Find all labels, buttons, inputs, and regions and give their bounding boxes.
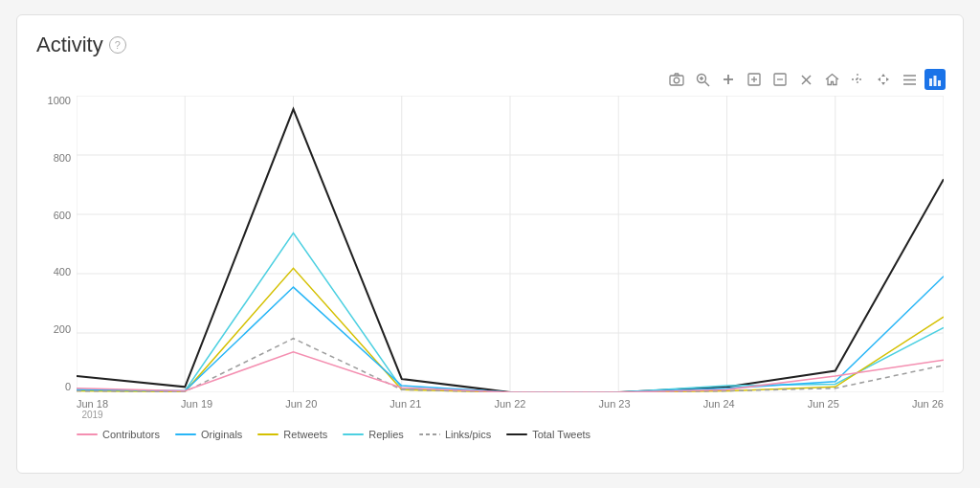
y-label-800: 800	[54, 153, 71, 164]
y-label-0: 0	[65, 382, 71, 392]
y-label-600: 600	[54, 211, 71, 221]
svg-rect-24	[929, 78, 932, 86]
camera-button[interactable]	[666, 69, 687, 90]
x-label-jun18: Jun 182019	[77, 398, 108, 420]
svg-point-1	[674, 78, 679, 83]
x-label-jun23: Jun 23	[599, 398, 631, 410]
legend-total-tweets-label: Total Tweets	[532, 429, 590, 440]
svg-marker-17	[881, 74, 885, 77]
chart-area: 1000 800 600 400 200 0	[36, 96, 944, 421]
y-label-400: 400	[54, 267, 71, 277]
legend-originals: Originals	[175, 429, 242, 440]
svg-rect-0	[670, 76, 683, 85]
legend-retweets-line	[257, 433, 278, 435]
svg-marker-18	[881, 82, 885, 85]
legend-total-tweets-line	[506, 433, 527, 435]
chart-toolbar	[666, 69, 946, 90]
plot-area	[77, 96, 944, 392]
box-zoomin-button[interactable]	[744, 69, 765, 90]
legend-retweets: Retweets	[257, 429, 327, 440]
y-label-200: 200	[54, 324, 71, 335]
x-label-jun22: Jun 22	[494, 398, 525, 410]
chart-svg	[77, 96, 944, 392]
x-axis: Jun 182019 Jun 19 Jun 20 Jun 21 Jun 22 J…	[77, 392, 944, 421]
card-header: Activity ?	[36, 33, 944, 57]
svg-line-3	[704, 81, 709, 86]
legend-links-pics-line	[419, 433, 440, 435]
spikelines-button[interactable]	[847, 69, 868, 90]
home-button[interactable]	[821, 69, 842, 90]
legend-replies-line	[343, 433, 364, 435]
legend-links-pics-label: Links/pics	[445, 429, 491, 440]
legend-contributors-line	[77, 433, 98, 435]
legend-contributors: Contributors	[77, 429, 160, 440]
x-label-jun26: Jun 26	[912, 398, 944, 410]
help-icon[interactable]: ?	[109, 36, 126, 54]
legend-originals-label: Originals	[201, 429, 242, 440]
svg-rect-25	[934, 76, 937, 86]
chart-container: 1000 800 600 400 200 0	[36, 96, 944, 421]
svg-marker-19	[878, 78, 880, 81]
zoom-button[interactable]	[692, 69, 713, 90]
x-label-jun24: Jun 24	[703, 398, 735, 410]
legend-links-pics: Links/pics	[419, 429, 491, 440]
legend-total-tweets: Total Tweets	[506, 429, 590, 440]
legend-replies-label: Replies	[368, 429, 404, 440]
box-zoomout-button[interactable]	[769, 69, 791, 90]
legend-originals-line	[175, 433, 196, 435]
x-label-jun21: Jun 21	[390, 398, 421, 410]
chart-legend: Contributors Originals Retweets Replies …	[36, 429, 944, 440]
menu-button[interactable]	[899, 69, 920, 90]
x-label-jun20: Jun 20	[285, 398, 317, 410]
x-label-jun19: Jun 19	[181, 398, 212, 410]
plus-button[interactable]	[718, 69, 739, 90]
x-label-jun25: Jun 25	[808, 398, 839, 410]
y-axis: 1000 800 600 400 200 0	[36, 96, 77, 392]
barchart-button[interactable]	[924, 69, 946, 90]
y-label-1000: 1000	[48, 96, 71, 106]
svg-marker-20	[886, 78, 889, 81]
legend-replies: Replies	[343, 429, 404, 440]
activity-card: Activity ?	[16, 14, 964, 474]
pan-button[interactable]	[873, 69, 894, 90]
legend-contributors-label: Contributors	[102, 429, 160, 440]
page-title: Activity	[36, 33, 103, 57]
reset-button[interactable]	[795, 69, 816, 90]
legend-retweets-label: Retweets	[283, 429, 327, 440]
svg-rect-26	[938, 80, 941, 86]
